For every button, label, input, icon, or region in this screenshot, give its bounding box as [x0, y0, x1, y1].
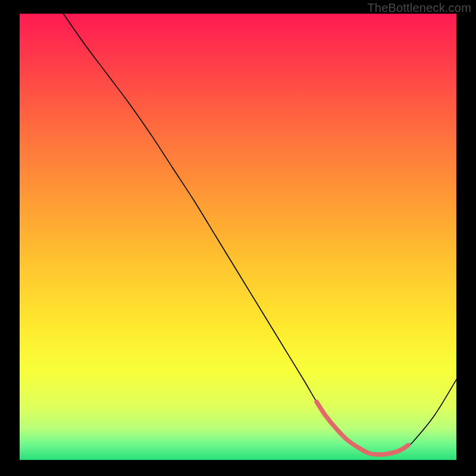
svg-rect-0	[20, 14, 456, 460]
plot-area	[20, 14, 456, 460]
chart-svg	[20, 14, 456, 460]
chart-stage: TheBottleneck.com	[0, 0, 476, 476]
watermark-text: TheBottleneck.com	[367, 1, 471, 15]
